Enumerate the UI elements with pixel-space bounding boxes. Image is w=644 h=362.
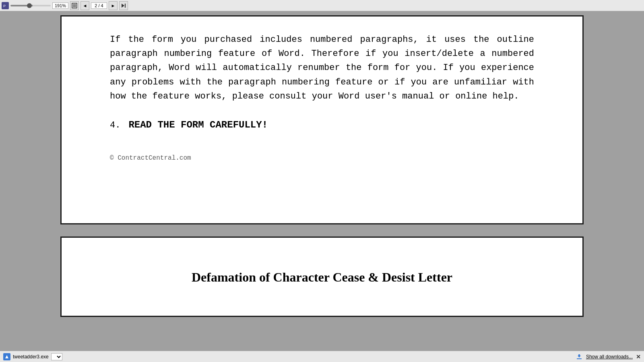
document-page-2: Defamation of Character Cease & Desist L… [60,237,584,317]
last-page-button[interactable] [119,1,128,10]
next-page-button[interactable]: ► [109,1,118,10]
zoom-slider-container[interactable] [10,5,51,6]
zoom-slider[interactable] [10,5,51,6]
paragraph-numbering-text: If the form you purchased includes numbe… [110,33,534,103]
statusbar-app-icon [3,353,10,360]
statusbar-dropdown[interactable] [51,353,62,360]
section-4-title: READ THE FORM CAREFULLY! [128,119,268,130]
document-page-1: If the form you purchased includes numbe… [60,15,584,224]
svg-rect-4 [125,4,126,8]
svg-marker-5 [122,4,124,8]
svg-rect-10 [578,354,580,356]
copyright-notice: © ContractCentral.com [110,154,534,162]
statusbar: tweetadder3.exe Show all downloads... ✕ [0,351,644,362]
statusbar-right-section: Show all downloads... ✕ [576,353,641,360]
page-2-title: Defamation of Character Cease & Desist L… [110,262,534,285]
statusbar-left-section: tweetadder3.exe [3,353,62,360]
page-number-display: 2 / 4 [91,2,107,9]
statusbar-filename: tweetadder3.exe [13,354,49,360]
app-icon: P [2,2,9,9]
toolbar: P 191% ◄ 2 / 4 ► [0,0,644,11]
section-4-number: 4. [110,120,120,130]
fit-page-button[interactable] [70,1,79,10]
close-downloads-button[interactable]: ✕ [636,354,641,360]
svg-rect-8 [577,358,582,359]
show-all-downloads-link[interactable]: Show all downloads... [586,354,633,360]
section-4-heading: 4. READ THE FORM CAREFULLY! [110,119,534,130]
page-separator [60,224,584,237]
downloads-icon [576,353,583,360]
svg-rect-3 [73,4,76,7]
pages-container: If the form you purchased includes numbe… [0,11,644,321]
svg-text:P: P [3,4,6,8]
main-content-area: If the form you purchased includes numbe… [0,11,644,351]
zoom-level-display: 191% [52,2,68,9]
prev-page-button[interactable]: ◄ [80,1,89,10]
